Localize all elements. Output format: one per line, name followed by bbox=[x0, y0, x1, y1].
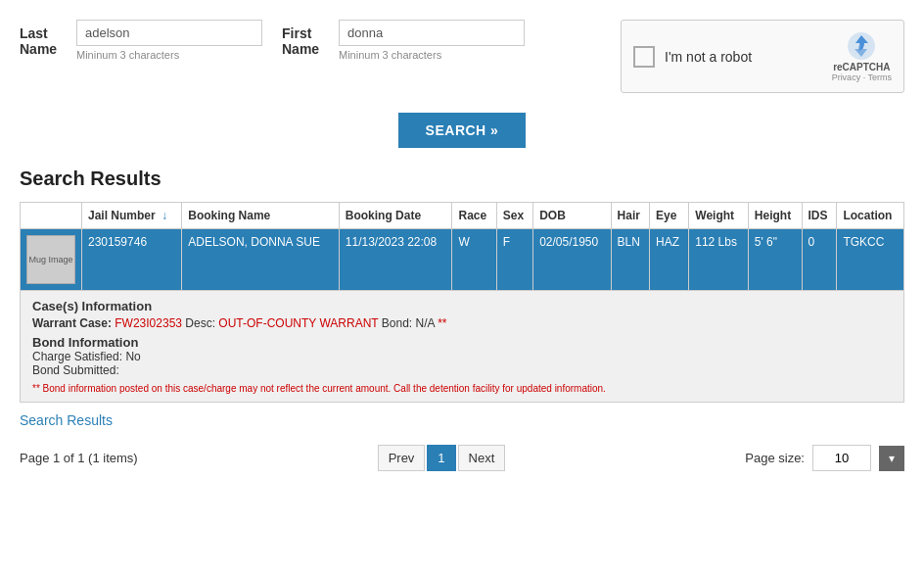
results-section: Search Results Jail Number ↓ Booking Nam… bbox=[0, 168, 924, 403]
last-name-group: LastName Mininum 3 characters bbox=[20, 20, 262, 61]
recaptcha-logo-area: reCAPTCHA Privacy · Terms bbox=[832, 30, 892, 82]
charge-satisfied-label: Charge Satisfied: bbox=[32, 350, 122, 363]
sort-arrow-icon[interactable]: ↓ bbox=[162, 209, 167, 222]
bond-info-title: Bond Information bbox=[32, 335, 892, 350]
captcha-label: I'm not a robot bbox=[665, 49, 822, 65]
charge-satisfied-value: No bbox=[125, 350, 140, 363]
cell-sex: F bbox=[496, 229, 532, 291]
table-row[interactable]: Mug Image 230159746 ADELSON, DONNA SUE 1… bbox=[21, 229, 904, 291]
bond-submitted-line: Bond Submitted: bbox=[32, 363, 892, 377]
col-jail-number[interactable]: Jail Number ↓ bbox=[82, 203, 182, 229]
col-booking-name: Booking Name bbox=[182, 203, 340, 229]
last-name-label: LastName bbox=[20, 20, 69, 57]
col-height: Height bbox=[748, 203, 802, 229]
stars-suffix: ** bbox=[438, 316, 446, 330]
col-eye: Eye bbox=[650, 203, 689, 229]
second-results-label: Search Results bbox=[0, 403, 924, 433]
table-header-row: Jail Number ↓ Booking Name Booking Date … bbox=[21, 203, 904, 229]
disclaimer-text: ** Bond information posted on this case/… bbox=[32, 383, 892, 394]
cell-booking-date: 11/13/2023 22:08 bbox=[339, 229, 452, 291]
pagination-row: Page 1 of 1 (1 items) Prev 1 Next Page s… bbox=[0, 433, 924, 486]
col-race: Race bbox=[452, 203, 496, 229]
page-size-area: Page size: ▾ bbox=[745, 445, 904, 471]
col-booking-date: Booking Date bbox=[339, 203, 452, 229]
cell-ids: 0 bbox=[802, 229, 837, 291]
recaptcha-brand: reCAPTCHA bbox=[833, 62, 890, 72]
case-info-row: Case(s) Information Warrant Case: FW23I0… bbox=[21, 291, 904, 403]
first-name-input[interactable] bbox=[339, 20, 525, 46]
warrant-desc: OUT-OF-COUNTY WARRANT bbox=[218, 316, 378, 330]
last-name-input-wrap: Mininum 3 characters bbox=[76, 20, 262, 61]
last-name-hint: Mininum 3 characters bbox=[76, 49, 262, 61]
mug-image-cell: Mug Image bbox=[21, 229, 82, 291]
page-size-input[interactable] bbox=[812, 445, 871, 471]
col-hair: Hair bbox=[611, 203, 650, 229]
recaptcha-icon bbox=[846, 30, 877, 62]
next-button[interactable]: Next bbox=[458, 445, 506, 471]
search-btn-row: SEARCH » bbox=[0, 103, 924, 168]
cell-race: W bbox=[452, 229, 496, 291]
prev-button[interactable]: Prev bbox=[378, 445, 426, 471]
recaptcha-links: Privacy · Terms bbox=[832, 72, 892, 82]
first-name-label: FirstName bbox=[282, 20, 331, 57]
bond-value: N/A bbox=[416, 316, 435, 330]
results-table: Jail Number ↓ Booking Name Booking Date … bbox=[20, 202, 904, 403]
cell-dob: 02/05/1950 bbox=[533, 229, 611, 291]
first-name-hint: Mininum 3 characters bbox=[339, 49, 525, 61]
first-name-group: FirstName Mininum 3 characters bbox=[282, 20, 525, 61]
search-button[interactable]: SEARCH » bbox=[398, 113, 527, 148]
warrant-label: Warrant Case: bbox=[32, 316, 112, 330]
pagination-controls: Prev 1 Next bbox=[378, 445, 506, 471]
cell-eye: HAZ bbox=[650, 229, 689, 291]
mug-image: Mug Image bbox=[26, 235, 75, 284]
col-weight: Weight bbox=[689, 203, 749, 229]
case-info-title: Case(s) Information bbox=[32, 299, 892, 313]
cell-location: TGKCC bbox=[837, 229, 904, 291]
results-title: Search Results bbox=[20, 168, 904, 190]
charge-satisfied-line: Charge Satisfied: No bbox=[32, 350, 892, 363]
desc-label: Desc: bbox=[185, 316, 218, 330]
cell-jail-number: 230159746 bbox=[82, 229, 182, 291]
bond-label: Bond: bbox=[382, 316, 416, 330]
cell-booking-name: ADELSON, DONNA SUE bbox=[182, 229, 340, 291]
page-1-button[interactable]: 1 bbox=[427, 445, 455, 471]
page-size-arrow-button[interactable]: ▾ bbox=[879, 446, 904, 471]
bond-submitted-label: Bond Submitted: bbox=[32, 363, 119, 377]
last-name-input[interactable] bbox=[76, 20, 262, 46]
captcha-widget[interactable]: I'm not a robot reCAPTCHA Privacy · Term… bbox=[621, 20, 904, 93]
col-sex: Sex bbox=[496, 203, 532, 229]
warrant-line: Warrant Case: FW23I02353 Desc: OUT-OF-CO… bbox=[32, 316, 892, 330]
first-name-input-wrap: Mininum 3 characters bbox=[339, 20, 525, 61]
col-ids: IDS bbox=[802, 203, 837, 229]
col-dob: DOB bbox=[533, 203, 611, 229]
top-section: LastName Mininum 3 characters FirstName … bbox=[0, 0, 924, 103]
captcha-checkbox[interactable] bbox=[633, 46, 655, 68]
cell-weight: 112 Lbs bbox=[689, 229, 749, 291]
case-info-cell: Case(s) Information Warrant Case: FW23I0… bbox=[21, 291, 904, 403]
cell-hair: BLN bbox=[611, 229, 650, 291]
page-size-label: Page size: bbox=[745, 451, 805, 465]
warrant-case-link[interactable]: FW23I02353 bbox=[115, 316, 182, 330]
cell-height: 5' 6" bbox=[748, 229, 802, 291]
page-info: Page 1 of 1 (1 items) bbox=[20, 451, 138, 465]
col-image bbox=[21, 203, 82, 229]
col-location: Location bbox=[837, 203, 904, 229]
